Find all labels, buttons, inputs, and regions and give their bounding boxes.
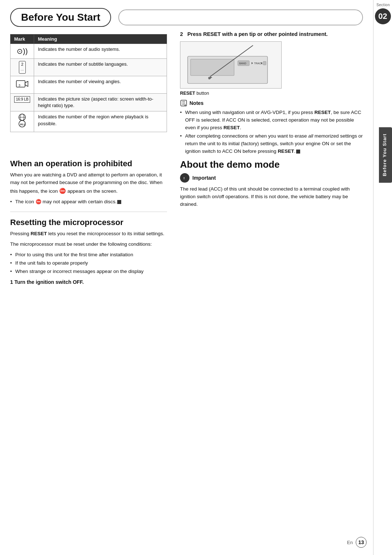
svg-rect-15 [263,61,266,65]
mark-angles: 3 [11,76,34,93]
table-row: ALL Indicates the number of the region w… [11,111,167,132]
notes-box: Notes When using with navigation unit or… [180,99,366,155]
page-footer: En 13 [347,537,367,548]
svg-rect-9 [191,59,234,76]
mark-angles-meaning: Indicates the number of viewing angles. [34,76,167,93]
resetting-heading: Resetting the microprocessor [10,218,167,227]
when-prohibited-list: The icon ⛔ may not appear with certain d… [10,198,167,206]
col-left: Mark Meaning ⊙)) Indicates the number of… [0,30,174,159]
mark-region-meaning: Indicates the number of the region where… [34,111,167,132]
svg-text:ALL: ALL [20,123,26,126]
demo-body: The red lead (ACC) of this unit should b… [180,185,366,208]
resetting-list: Prior to using this unit for the first t… [10,251,167,276]
table-row: 2···· Indicates the number of subtitle l… [11,59,167,76]
list-item: The icon ⛔ may not appear with certain d… [10,198,167,206]
prohibited-icon: ⛔ [59,188,66,194]
list-item: After completing connections or when you… [180,132,366,155]
resetting-body1: Pressing RESET lets you reset the microp… [10,230,167,238]
notes-header: Notes [180,99,366,107]
bottom-columns: When an operation is prohibited When you… [0,159,373,286]
section-label: Section [373,0,392,7]
col-right: 2 Press RESET with a pen tip or other po… [174,30,373,159]
list-item: Prior to using this unit for the first t… [10,251,167,259]
mark-subtitle: 2···· [11,59,34,76]
col-meaning-header: Meaning [34,34,167,44]
important-icon: ! [180,173,189,183]
demo-heading: About the demo mode [180,159,366,170]
svg-text:3: 3 [19,83,20,87]
sidebar-tab: Before You Start [379,127,392,183]
stop-icon [117,200,121,204]
table-row: ⊙)) Indicates the number of audio system… [11,44,167,59]
svg-text:!: ! [183,176,184,180]
list-item: When strange or incorrect messages appea… [10,268,167,276]
press-reset-heading: 2 Press RESET with a pen tip or other po… [180,30,366,38]
svg-marker-1 [25,81,28,86]
mark-audio-meaning: Indicates the number of audio systems. [34,44,167,59]
mark-region: ALL [11,111,34,132]
page-container: Section 02 Before You Start Before You S… [0,0,392,555]
svg-text:BAND: BAND [239,62,246,65]
when-prohibited-body: When you are watching a DVD and attempt … [10,171,167,195]
prohibited-icon-inline: ⛔ [36,199,41,204]
list-item: If the unit fails to operate properly [10,260,167,267]
bottom-left: When an operation is prohibited When you… [0,159,174,286]
header-oval [118,9,363,25]
section-number: 02 [375,8,391,24]
important-box: ! Important [180,173,366,183]
notes-label: Notes [189,100,204,106]
footer-page-number: 13 [356,537,367,548]
svg-point-23 [182,175,187,180]
bottom-right: About the demo mode ! Important The red … [174,159,373,286]
svg-rect-0 [16,81,25,87]
step1-heading: 1 Turn the ignition switch OFF. [10,279,167,285]
when-prohibited-heading: When an operation is prohibited [10,159,167,168]
notes-icon [180,99,187,107]
section-divider [10,212,167,212]
region-icon: ALL [16,123,29,128]
table-row: 16:9 LB Indicates the picture size (aspe… [11,93,167,111]
header-area: Before You Start [0,0,373,30]
important-label: Important [192,175,216,181]
resetting-body2: The microprocessor must be reset under t… [10,241,167,248]
device-diagram: BAND TRACK [180,41,282,89]
mark-aspect: 16:9 LB [11,93,34,111]
mark-subtitle-meaning: Indicates the number of subtitle languag… [34,59,167,76]
right-sidebar: Section 02 Before You Start [373,0,392,555]
top-columns: Mark Meaning ⊙)) Indicates the number of… [0,30,373,159]
page-title: Before You Start [10,8,111,27]
table-row: 3 Indicates the number of viewing angles… [11,76,167,93]
subtitle-icon: 2···· [19,61,26,74]
mark-aspect-meaning: Indicates the picture size (aspect ratio… [34,93,167,111]
main-content: Before You Start Mark Meaning [0,0,373,555]
stop-icon [296,150,300,154]
reset-button-label: RESET button [180,91,366,96]
footer-en: En [347,540,353,545]
marks-table: Mark Meaning ⊙)) Indicates the number of… [10,34,167,132]
audio-icon: ⊙)) [17,47,28,55]
list-item: When using with navigation unit or AVG-V… [180,109,366,132]
col-mark-header: Mark [11,34,34,44]
angles-icon: 3 [16,78,29,89]
aspect-icon: 16:9 LB [14,96,30,103]
notes-list: When using with navigation unit or AVG-V… [180,109,366,155]
mark-audio: ⊙)) [11,44,34,59]
